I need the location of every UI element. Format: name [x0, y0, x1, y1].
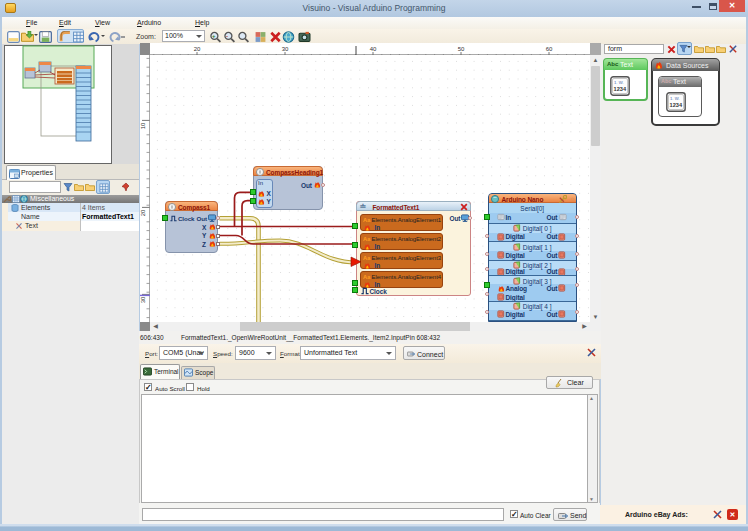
svg-text:50: 50 — [458, 46, 465, 52]
svg-text:10: 10 — [140, 122, 146, 129]
svg-text:20: 20 — [194, 46, 201, 52]
svg-text:40: 40 — [370, 46, 377, 52]
svg-text:60: 60 — [546, 46, 553, 52]
svg-text:20: 20 — [140, 209, 146, 216]
svg-text:30: 30 — [282, 46, 289, 52]
svg-text:30: 30 — [140, 296, 146, 303]
